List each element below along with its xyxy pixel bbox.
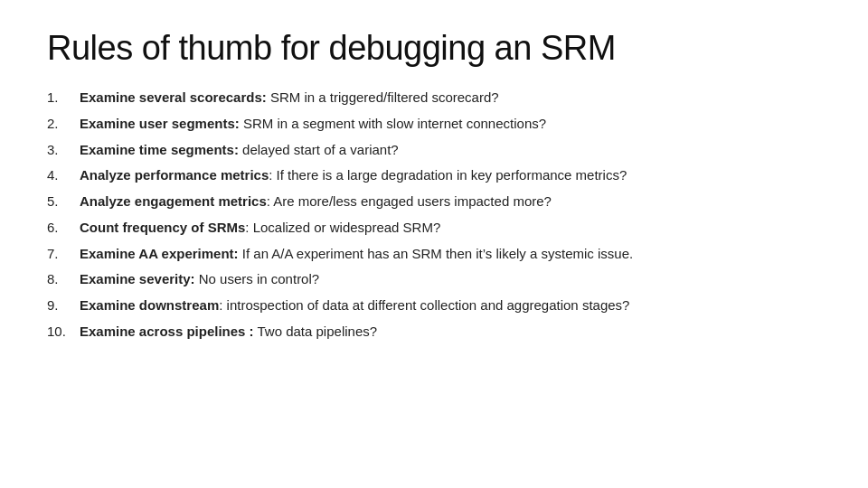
item-number: 8. <box>47 269 80 289</box>
page-title: Rules of thumb for debugging an SRM <box>47 29 821 68</box>
item-rest: delayed start of a variant? <box>239 142 399 157</box>
list-item: 8.Examine severity: No users in control? <box>47 269 821 289</box>
item-number: 2. <box>47 114 80 134</box>
list-item: 10.Examine across pipelines : Two data p… <box>47 322 821 342</box>
item-content: Examine across pipelines : Two data pipe… <box>80 322 821 342</box>
rules-list: 1.Examine several scorecards: SRM in a t… <box>47 88 821 342</box>
list-item: 7.Examine AA experiment: If an A/A exper… <box>47 244 821 264</box>
item-number: 10. <box>47 322 80 342</box>
item-bold: Analyze performance metrics <box>80 167 269 183</box>
item-number: 7. <box>47 244 80 264</box>
list-item: 2.Examine user segments: SRM in a segmen… <box>47 114 821 134</box>
item-bold: Examine severity: <box>80 271 195 286</box>
item-content: Examine several scorecards: SRM in a tri… <box>80 88 821 108</box>
item-content: Examine severity: No users in control? <box>80 269 821 289</box>
item-rest: SRM in a segment with slow internet conn… <box>240 116 546 131</box>
item-rest: No users in control? <box>195 271 320 286</box>
item-rest: : Are more/less engaged users impacted m… <box>267 193 552 209</box>
item-content: Count frequency of SRMs: Localized or wi… <box>80 218 821 238</box>
item-content: Examine downstream: introspection of dat… <box>80 296 821 315</box>
item-bold: Examine time segments: <box>80 142 239 157</box>
item-number: 3. <box>47 140 80 160</box>
list-item: 1.Examine several scorecards: SRM in a t… <box>47 88 821 108</box>
item-rest: : Localized or widespread SRM? <box>245 220 440 235</box>
item-bold: Examine AA experiment: <box>80 246 239 261</box>
item-rest: : introspection of data at different col… <box>219 297 629 313</box>
list-item: 6.Count frequency of SRMs: Localized or … <box>47 218 821 238</box>
list-item: 3.Examine time segments: delayed start o… <box>47 140 821 160</box>
item-number: 1. <box>47 88 80 108</box>
item-content: Examine user segments: SRM in a segment … <box>80 114 821 134</box>
item-bold: Analyze engagement metrics <box>80 193 267 209</box>
item-number: 5. <box>47 192 80 211</box>
item-bold: Examine downstream <box>80 297 219 313</box>
item-number: 6. <box>47 218 80 238</box>
item-rest: SRM in a triggered/filtered scorecard? <box>267 89 499 105</box>
item-bold: Examine several scorecards: <box>80 89 267 105</box>
list-item: 5.Analyze engagement metrics: Are more/l… <box>47 192 821 211</box>
list-item: 9.Examine downstream: introspection of d… <box>47 296 821 315</box>
item-rest: If an A/A experiment has an SRM then it’… <box>239 246 634 261</box>
item-bold: Count frequency of SRMs <box>80 220 245 235</box>
list-item: 4.Analyze performance metrics: If there … <box>47 165 821 185</box>
item-bold: Examine user segments: <box>80 116 240 131</box>
item-rest: Two data pipelines? <box>254 324 378 339</box>
item-number: 4. <box>47 165 80 185</box>
item-content: Examine time segments: delayed start of … <box>80 140 821 160</box>
item-rest: : If there is a large degradation in key… <box>269 167 627 183</box>
item-content: Analyze engagement metrics: Are more/les… <box>80 192 821 211</box>
item-number: 9. <box>47 296 80 315</box>
item-content: Examine AA experiment: If an A/A experim… <box>80 244 821 264</box>
page-container: Rules of thumb for debugging an SRM 1.Ex… <box>0 0 868 373</box>
item-bold: Examine across pipelines : <box>80 324 254 339</box>
item-content: Analyze performance metrics: If there is… <box>80 165 821 185</box>
